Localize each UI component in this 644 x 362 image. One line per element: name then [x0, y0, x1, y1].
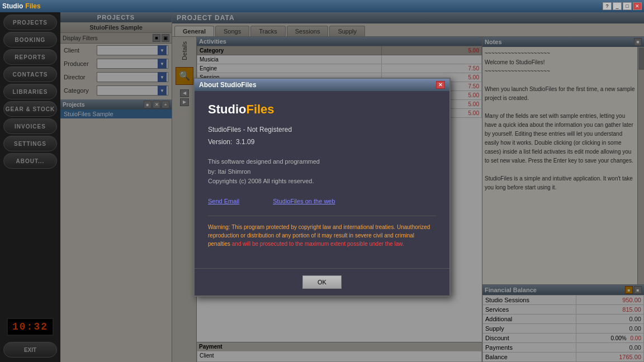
title-bar: StudioFiles ? _ □ ✕ [0, 0, 644, 12]
modal-logo-files: Files [246, 102, 274, 116]
modal-titlebar: About StudioFiles ✕ [195, 79, 449, 91]
modal-title: About StudioFiles [199, 81, 257, 89]
modal-ok-button[interactable]: OK [302, 275, 342, 289]
modal-version: Version: 3.1.09 [208, 138, 436, 146]
about-modal: About StudioFiles ✕ StudioFiles StudioFi… [193, 78, 451, 297]
modal-warning: Warning: This program protected by copyr… [208, 216, 436, 248]
modal-close-button[interactable]: ✕ [436, 81, 445, 89]
maximize-button[interactable]: □ [623, 2, 632, 10]
modal-designed: This software designed and programmed by… [208, 157, 436, 187]
modal-logo-studio: Studio [208, 102, 246, 116]
logo-studio: Studio [2, 2, 23, 10]
modal-logo: StudioFiles [208, 102, 436, 117]
close-button[interactable]: ✕ [633, 2, 642, 10]
app-title: StudioFiles [2, 2, 41, 10]
modal-body: StudioFiles StudioFiles - Not Registered… [195, 91, 449, 268]
minimize-button[interactable]: _ [613, 2, 622, 10]
window-controls: ? _ □ ✕ [603, 2, 642, 10]
logo-files: Files [25, 2, 40, 10]
send-email-link[interactable]: Send Email [208, 198, 239, 204]
help-button[interactable]: ? [603, 2, 612, 10]
modal-not-registered: StudioFiles - Not Registered [208, 126, 436, 134]
modal-footer: OK [195, 268, 449, 296]
modal-overlay: About StudioFiles ✕ StudioFiles StudioFi… [0, 12, 644, 362]
modal-links: Send Email StudioFiles on the web [208, 198, 436, 204]
website-link[interactable]: StudioFiles on the web [273, 198, 335, 204]
